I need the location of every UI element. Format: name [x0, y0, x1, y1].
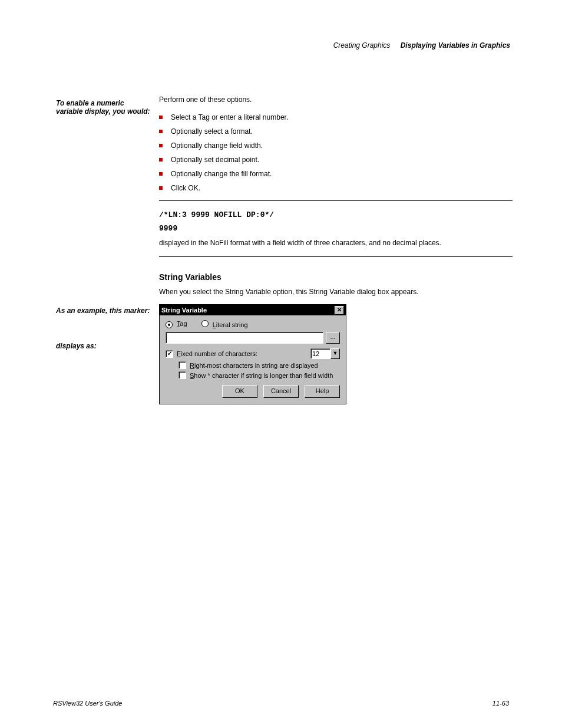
- side-label-enable: To enable a numeric variable display, yo…: [56, 99, 150, 116]
- rightmost-row: Right-most characters in string are disp…: [178, 361, 340, 369]
- enable-steps-list: Select a Tag or enter a literal number. …: [159, 113, 513, 192]
- help-button[interactable]: Help: [305, 385, 340, 398]
- list-item: Select a Tag or enter a literal number.: [159, 113, 513, 121]
- dialog-title: String Variable: [161, 307, 207, 314]
- footer-product: RSView32 User's Guide: [53, 700, 122, 707]
- divider: [159, 200, 513, 201]
- result-note: displayed in the NoFill format with a fi…: [159, 238, 513, 248]
- dropdown-icon[interactable]: ▼: [330, 348, 340, 359]
- divider: [159, 256, 513, 257]
- bullet-icon: [159, 116, 163, 119]
- step-text: Optionally select a format.: [171, 127, 253, 136]
- close-button[interactable]: ✕: [335, 306, 344, 315]
- radio-tag[interactable]: Tag: [166, 320, 187, 328]
- fixed-chars-value[interactable]: 12: [310, 348, 330, 359]
- fixed-chars-combo[interactable]: 12 ▼: [310, 348, 340, 359]
- example-marker-code: /*LN:3 9999 NOFILL DP:0*/: [159, 210, 513, 219]
- list-item: Click OK.: [159, 184, 513, 192]
- running-header: Creating Graphics Displaying Variables i…: [333, 41, 510, 50]
- list-item: Optionally change field width.: [159, 141, 513, 150]
- fixed-chars-checkbox[interactable]: ✔: [166, 350, 173, 358]
- list-item: Optionally set decimal point.: [159, 156, 513, 164]
- showstar-row: Show * character if string is longer tha…: [178, 371, 340, 379]
- bullet-icon: [159, 144, 163, 147]
- fixed-chars-row: ✔ Fixed number of characters: 12 ▼: [166, 348, 340, 359]
- page-footer: RSView32 User's Guide 11-63: [0, 700, 562, 707]
- tag-input[interactable]: [166, 332, 323, 344]
- step-text: Click OK.: [171, 184, 200, 192]
- section-title: Displaying Variables in Graphics: [401, 41, 510, 50]
- browse-button[interactable]: ...: [326, 332, 340, 344]
- step-text: Optionally change the fill format.: [171, 170, 272, 178]
- string-variable-dialog: String Variable ✕ Tag Literal string: [159, 304, 346, 404]
- chapter-title: Creating Graphics: [333, 41, 391, 50]
- radio-literal-label: iteral string: [216, 321, 248, 328]
- ok-button[interactable]: OK: [222, 385, 257, 398]
- footer-page: 11-63: [492, 700, 509, 707]
- step-text: Optionally set decimal point.: [171, 156, 259, 164]
- bullet-icon: [159, 186, 163, 190]
- string-variables-sub: When you select the String Variable opti…: [159, 286, 513, 297]
- side-label-result: displays as:: [56, 342, 150, 350]
- bullet-icon: [159, 172, 163, 176]
- list-item: Optionally select a format.: [159, 127, 513, 136]
- bullet-icon: [159, 130, 163, 133]
- cancel-button[interactable]: Cancel: [263, 385, 299, 398]
- showstar-label: how * character if string is longer than…: [194, 372, 333, 379]
- radio-literal[interactable]: Literal string: [201, 320, 248, 328]
- step-text: Optionally change field width.: [171, 141, 263, 150]
- close-icon: ✕: [337, 307, 342, 313]
- list-item: Optionally change the fill format.: [159, 170, 513, 178]
- rightmost-checkbox[interactable]: [178, 361, 186, 369]
- side-label-example: As an example, this marker:: [56, 307, 150, 315]
- enable-intro: Perform one of these options.: [159, 94, 513, 105]
- string-variables-heading: String Variables: [159, 272, 513, 282]
- showstar-checkbox[interactable]: [178, 371, 186, 379]
- result-value: 9999: [159, 224, 513, 233]
- bullet-icon: [159, 158, 163, 162]
- dialog-titlebar: String Variable ✕: [160, 305, 346, 315]
- step-text: Select a Tag or enter a literal number.: [171, 113, 288, 121]
- radio-tag-label: ag: [180, 320, 187, 327]
- rightmost-label: ight-most characters in string are displ…: [194, 362, 318, 369]
- fixed-chars-label: ixed number of characters:: [181, 350, 257, 357]
